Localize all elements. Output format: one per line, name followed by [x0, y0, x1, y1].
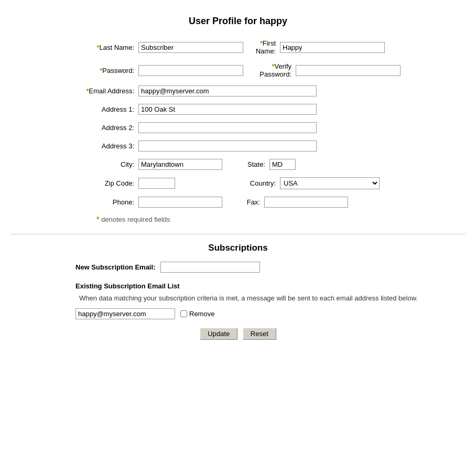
- state-input[interactable]: [269, 159, 296, 170]
- phone-fax-row: Phone: Fax:: [55, 197, 421, 208]
- password-row: *Password: *Verify Password:: [55, 62, 421, 78]
- verify-password-label: *Verify Password:: [243, 62, 296, 78]
- address2-input-cell: [138, 122, 421, 133]
- address3-input-cell: [138, 141, 421, 152]
- address3-row: Address 3:: [55, 141, 421, 152]
- update-button[interactable]: Update: [200, 328, 237, 340]
- zip-col: Zip Code:: [55, 178, 238, 189]
- address1-row: Address 1:: [55, 104, 421, 115]
- email-input-cell: [138, 85, 421, 96]
- new-subscription-label: New Subscription Email:: [75, 263, 155, 271]
- city-input[interactable]: [138, 159, 222, 170]
- city-label: City:: [55, 160, 138, 168]
- fax-input[interactable]: [264, 197, 348, 208]
- password-label: *Password:: [55, 67, 138, 74]
- zipcode-input[interactable]: [138, 178, 175, 189]
- last-name-label: *Last Name:: [55, 44, 138, 51]
- buttons-row: Update Reset: [55, 328, 421, 340]
- zipcode-label: Zip Code:: [55, 179, 138, 187]
- address2-row: Address 2:: [55, 122, 421, 133]
- address3-input[interactable]: [138, 141, 317, 152]
- new-subscription-row: New Subscription Email:: [55, 262, 421, 273]
- zip-country-row: Zip Code: Country: USA Canada Mexico UK …: [55, 177, 421, 189]
- password-col: *Password:: [55, 65, 243, 76]
- fax-col: Fax:: [238, 197, 421, 208]
- existing-email-input[interactable]: [75, 308, 175, 319]
- remove-label: Remove: [189, 310, 214, 318]
- last-name-col: *Last Name:: [55, 42, 243, 53]
- page-title: User Profile for happy: [10, 16, 466, 27]
- phone-col: Phone:: [55, 197, 238, 208]
- state-col: State:: [238, 159, 421, 170]
- verify-password-col: *Verify Password:: [243, 62, 421, 78]
- existing-subscription-title: Existing Subscription Email List: [75, 282, 421, 290]
- verify-password-input[interactable]: [296, 65, 401, 76]
- existing-subscription-area: Existing Subscription Email List When da…: [55, 282, 421, 319]
- required-note: * denotes required fields: [96, 215, 421, 223]
- reset-button[interactable]: Reset: [243, 328, 276, 340]
- state-label: State:: [238, 160, 269, 168]
- last-name-input[interactable]: [138, 42, 243, 53]
- address2-label: Address 2:: [55, 124, 138, 132]
- phone-input[interactable]: [138, 197, 222, 208]
- phone-label: Phone:: [55, 198, 138, 206]
- country-select[interactable]: USA Canada Mexico UK Other: [280, 177, 380, 189]
- new-subscription-email-input[interactable]: [160, 262, 260, 273]
- first-name-input[interactable]: [280, 42, 385, 53]
- address1-label: Address 1:: [55, 105, 138, 113]
- fax-label: Fax:: [238, 198, 264, 206]
- name-row: *Last Name: *First Name:: [55, 39, 421, 55]
- email-label: *Email Address:: [55, 87, 138, 95]
- password-input[interactable]: [138, 65, 243, 76]
- existing-email-row: Remove: [75, 308, 421, 319]
- address2-input[interactable]: [138, 122, 317, 133]
- country-col: Country: USA Canada Mexico UK Other: [238, 177, 421, 189]
- city-col: City:: [55, 159, 238, 170]
- email-row: *Email Address:: [55, 85, 421, 96]
- first-name-col: *First Name:: [243, 39, 421, 55]
- existing-subscription-desc: When data matching your subscription cri…: [75, 294, 421, 302]
- city-state-row: City: State:: [55, 159, 421, 170]
- subscriptions-section: Subscriptions New Subscription Email: Ex…: [55, 243, 421, 340]
- first-name-label: *First Name:: [243, 39, 280, 55]
- email-input[interactable]: [138, 85, 317, 96]
- address3-label: Address 3:: [55, 142, 138, 150]
- subscriptions-title: Subscriptions: [55, 243, 421, 253]
- address1-input[interactable]: [138, 104, 317, 115]
- section-divider: [10, 234, 466, 234]
- remove-checkbox[interactable]: [180, 310, 187, 317]
- country-label: Country:: [238, 179, 280, 187]
- address1-input-cell: [138, 104, 421, 115]
- user-profile-form: *Last Name: *First Name: *Password: *Ver…: [55, 39, 421, 223]
